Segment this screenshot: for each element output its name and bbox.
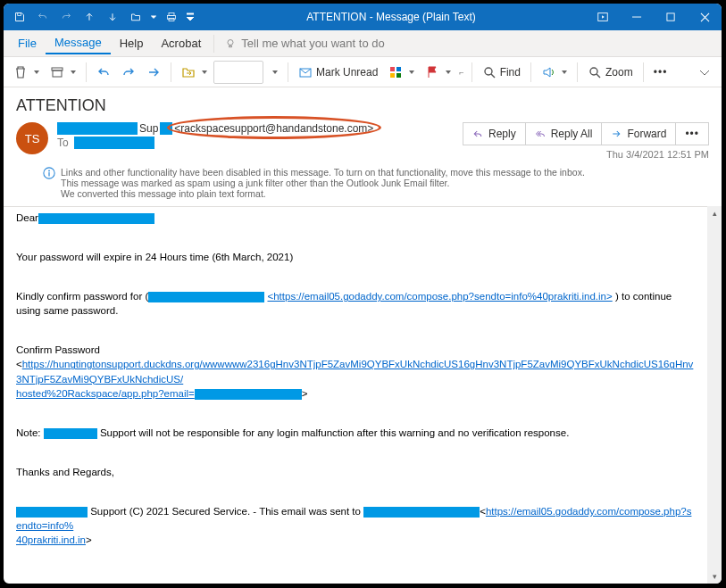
svg-point-19 xyxy=(48,170,50,172)
svg-point-17 xyxy=(590,68,597,75)
redacted-account xyxy=(148,292,264,302)
rules-dropdown[interactable] xyxy=(265,61,282,84)
forward-button[interactable]: Forward xyxy=(602,122,676,145)
ribbon-options-icon[interactable] xyxy=(586,4,620,30)
forward-icon xyxy=(611,128,622,139)
body-thanks: Thanks and Regards, xyxy=(16,465,695,479)
redacted-name xyxy=(38,213,154,224)
reply-icon xyxy=(472,128,483,139)
tell-me-label: Tell me what you want to do xyxy=(241,37,384,50)
svg-rect-6 xyxy=(632,16,641,17)
maximize-button[interactable] xyxy=(654,4,688,30)
up-arrow-icon[interactable] xyxy=(79,6,100,28)
message-subject: ATTENTION xyxy=(16,96,709,115)
forward-arrow-button[interactable] xyxy=(142,61,165,84)
message-timestamp: Thu 3/4/2021 12:51 PM xyxy=(606,149,709,160)
scroll-up-icon[interactable]: ▴ xyxy=(707,206,722,220)
qat-customize-icon[interactable] xyxy=(184,6,196,28)
info-line-1: Links and other functionality have been … xyxy=(61,167,585,178)
body-kindly-pre: Kindly confirm password for ( xyxy=(16,291,148,302)
mark-unread-button[interactable]: Mark Unread xyxy=(294,61,382,84)
scroll-down-icon[interactable]: ▾ xyxy=(707,569,722,584)
menu-message[interactable]: Message xyxy=(46,32,111,54)
info-banner: Links and other functionality have been … xyxy=(4,165,722,206)
tell-me-search[interactable]: Tell me what you want to do xyxy=(218,37,384,50)
reply-all-icon xyxy=(535,128,546,139)
find-label: Find xyxy=(500,66,521,79)
svg-rect-12 xyxy=(390,67,395,71)
from-line: Sup <rackspacesupport@handandstone.com> xyxy=(57,122,454,135)
menu-acrobat[interactable]: Acrobat xyxy=(152,33,210,54)
svg-rect-4 xyxy=(187,13,194,14)
menu-file[interactable]: File xyxy=(9,33,46,54)
categorize-button[interactable] xyxy=(384,61,419,84)
body-link-2[interactable]: https://hungtingtonsupport.duckdns.org/w… xyxy=(16,359,693,398)
flag-button[interactable] xyxy=(421,61,455,84)
undo-icon xyxy=(96,65,111,79)
svg-point-8 xyxy=(228,39,233,45)
print-icon[interactable] xyxy=(161,6,182,28)
rules-button[interactable] xyxy=(213,61,263,84)
archive-button[interactable] xyxy=(46,61,80,84)
minimize-button[interactable] xyxy=(620,4,654,30)
speaker-icon xyxy=(541,65,555,79)
trash-icon xyxy=(13,65,28,79)
scrollbar[interactable]: ▴ ▾ xyxy=(707,206,722,584)
body-expire: Your password will expire in 24 Hours ti… xyxy=(16,250,695,264)
svg-rect-14 xyxy=(390,73,395,78)
body-note-post: Support will not be responsible for any … xyxy=(97,427,570,438)
svg-rect-15 xyxy=(396,73,401,78)
ribbon-toolbar: Mark Unread ⌐ Find Zoom ••• xyxy=(4,57,722,87)
redacted-signature xyxy=(16,507,88,518)
sender-avatar: TS xyxy=(16,122,48,154)
redacted-recipient xyxy=(74,137,154,149)
menu-help[interactable]: Help xyxy=(111,33,153,54)
more-commands-button[interactable]: ••• xyxy=(649,61,672,84)
save-icon[interactable] xyxy=(9,6,30,28)
down-arrow-icon[interactable] xyxy=(102,6,123,28)
svg-rect-20 xyxy=(48,172,49,176)
reply-label: Reply xyxy=(488,128,516,140)
redo-icon xyxy=(121,65,136,79)
arrow-right-icon xyxy=(146,65,161,79)
window-title: ATTENTION - Message (Plain Text) xyxy=(196,11,586,23)
body-link-1[interactable]: <https://email05.godaddy.com/compose.php… xyxy=(267,291,612,302)
redo-icon[interactable] xyxy=(55,6,77,28)
redo-button[interactable] xyxy=(117,61,140,84)
zoom-icon xyxy=(588,65,602,79)
to-label: To xyxy=(57,137,69,149)
collapse-ribbon-icon[interactable] xyxy=(693,62,716,82)
undo-icon[interactable] xyxy=(32,6,54,28)
qat-dropdown-icon[interactable] xyxy=(148,6,159,28)
mark-unread-label: Mark Unread xyxy=(316,66,378,79)
more-actions-button[interactable]: ••• xyxy=(676,122,709,145)
body-confirm: Confirm Password xyxy=(16,343,695,357)
info-icon xyxy=(43,167,55,179)
redacted-sender-name xyxy=(57,122,138,135)
move-button[interactable] xyxy=(177,61,212,84)
sender-email: <rackspacesupport@handandstone.com> xyxy=(174,122,373,135)
svg-rect-13 xyxy=(396,67,401,71)
menubar: File Message Help Acrobat Tell me what y… xyxy=(4,30,722,57)
find-button[interactable]: Find xyxy=(478,61,525,84)
from-mid-text: Sup xyxy=(139,122,158,135)
reply-button[interactable]: Reply xyxy=(463,122,526,145)
delete-button[interactable] xyxy=(9,61,44,84)
body-dear: Dear xyxy=(16,212,38,223)
categorize-icon xyxy=(388,65,403,79)
svg-rect-1 xyxy=(169,13,174,16)
close-button[interactable] xyxy=(688,4,722,30)
folder-icon[interactable] xyxy=(125,6,146,28)
reply-all-button[interactable]: Reply All xyxy=(526,122,603,145)
zoom-button[interactable]: Zoom xyxy=(583,61,638,84)
flag-icon xyxy=(425,65,439,79)
undo-button[interactable] xyxy=(92,61,115,84)
redacted-sent-to xyxy=(363,507,480,518)
lightbulb-icon xyxy=(225,38,236,49)
svg-rect-7 xyxy=(666,12,673,20)
tags-dialog-launcher[interactable]: ⌐ xyxy=(457,66,465,79)
envelope-icon xyxy=(298,65,313,79)
redacted-company xyxy=(44,428,97,439)
read-aloud-button[interactable] xyxy=(537,61,572,84)
body-footer-mid: Support (C) 2021 Secured Service. - This… xyxy=(88,506,363,517)
